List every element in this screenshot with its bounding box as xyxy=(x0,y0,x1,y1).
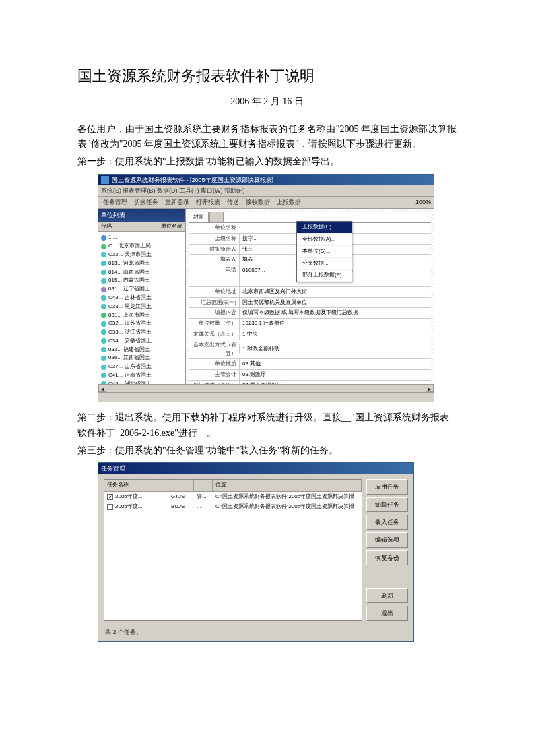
step1-text: 第一步：使用系统的"上报数据"功能将已输入的数据全部导出。 xyxy=(77,154,457,169)
scroll-right-icon[interactable]: ► xyxy=(426,385,434,392)
form-value[interactable]: 1.中央 xyxy=(239,329,431,340)
task-dialog: 任务管理 任务名称 ... ... 位置 ✓2005年度...GTJS资...C… xyxy=(98,462,414,641)
tree-name: 山西省国土 xyxy=(123,268,150,277)
tree-item[interactable]: 015... 内蒙古国土 xyxy=(100,276,184,285)
tree-name: 福建省国土 xyxy=(123,346,150,354)
toolbar-task-mgmt[interactable]: 任务管理 xyxy=(101,197,129,207)
exit-button[interactable]: 退出 xyxy=(366,606,408,621)
form-label: 上级名称 xyxy=(189,234,239,244)
intro-paragraph: 各位用户，由于国土资源系统主要财务指标报表的任务名称由"2005 年度国土资源部… xyxy=(77,122,457,152)
tree-name: 吉林省国土 xyxy=(125,294,152,303)
menu-partial-upload[interactable]: 部分上报数据(P)... xyxy=(297,270,352,282)
form-value[interactable]: 国土资源部机关及直属单位 xyxy=(239,298,431,308)
sidebar-header: 单位列表 xyxy=(98,209,185,221)
form-row: 部门性质（表四）33.国土资源部门 xyxy=(189,381,431,384)
checkbox-icon[interactable]: ✓ xyxy=(107,494,113,500)
tree-name: 江西省国土 xyxy=(123,354,150,363)
col-3[interactable]: ... xyxy=(194,480,213,491)
form-value[interactable]: 北京市西城区复兴门外大街 xyxy=(239,287,431,297)
tree-item[interactable]: 031... 上海市国土 xyxy=(100,311,184,320)
toolbar-switch-task[interactable]: 切换任务 xyxy=(132,197,160,207)
checkbox-icon[interactable] xyxy=(107,504,113,510)
tree-item[interactable]: C33... 浙江省国土 xyxy=(100,328,184,337)
dialog-title: 任务管理 xyxy=(101,464,411,473)
toolbar-send[interactable]: 传送 xyxy=(225,197,241,207)
bullet-icon xyxy=(101,261,106,266)
tree-code: C33... xyxy=(108,303,123,311)
form-value[interactable]: 1.财政全额补助 xyxy=(239,344,431,354)
list-item[interactable]: 2005年度...BUJS...C:\国土资源系统财务报表软件\2005年度国土… xyxy=(104,502,362,512)
tree-item[interactable]: C37... 山东省国土 xyxy=(100,363,184,371)
tree-code: 031... xyxy=(108,285,122,294)
tree-code: C34... xyxy=(108,337,123,346)
col-path[interactable]: 位置 xyxy=(213,480,362,491)
toolbar-open-report[interactable]: 打开报表 xyxy=(194,197,222,207)
edit-options-button[interactable]: 编辑选项 xyxy=(366,532,408,547)
form-label: 单位名称 xyxy=(189,223,239,233)
tree-name: 黑龙江国土 xyxy=(125,303,152,311)
bullet-icon xyxy=(101,304,106,309)
tree-item[interactable]: C43... 吉林省国土 xyxy=(100,294,184,303)
bullet-icon xyxy=(101,329,106,335)
tree-item[interactable]: C33... 黑龙江国土 xyxy=(100,303,184,311)
col-task-name[interactable]: 任务名称 xyxy=(104,480,168,491)
form-value2[interactable] xyxy=(352,270,432,272)
tree-code: C41... xyxy=(108,371,123,380)
form-value[interactable]: 03.其他 xyxy=(239,359,431,369)
toolbar-relogin[interactable]: 重新登录 xyxy=(163,197,191,207)
form-row: 单位性质03.其他 xyxy=(189,359,431,370)
bullet-icon xyxy=(101,313,106,318)
tree-item[interactable]: 033... 福建省国土 xyxy=(100,346,184,354)
form-label: 部门性质（表四） xyxy=(189,381,239,384)
tree-item[interactable]: C42... 湖北省国土 xyxy=(100,380,184,384)
form-row: 主管会计03.财政厅 xyxy=(189,370,431,381)
form-value[interactable]: 03.财政厅 xyxy=(239,370,431,380)
tree-code: 014... xyxy=(108,268,122,277)
refresh-button[interactable]: 刷新 xyxy=(366,588,408,603)
form-label: 主管会计 xyxy=(189,370,239,380)
restore-backup-button[interactable]: 恢复备份 xyxy=(366,550,408,565)
tree-code: 033... xyxy=(108,346,122,354)
listview-header: 任务名称 ... ... 位置 xyxy=(104,480,362,492)
menu-upload-data[interactable]: 上报数据(U)... xyxy=(297,222,352,234)
form-value[interactable]: 10230 1.行政单位 xyxy=(239,319,431,329)
form-label: 单位地址 xyxy=(189,287,239,297)
form-value[interactable]: 仅填写本级数据 或 填写本级数据及下级汇总数据 xyxy=(239,308,431,318)
apply-task-button[interactable]: 应用任务 xyxy=(366,479,408,494)
tree-item[interactable]: C34... 安徽省国土 xyxy=(100,337,184,346)
toolbar-upload[interactable]: 上报数据 xyxy=(275,197,303,207)
bullet-icon xyxy=(101,235,106,241)
tree-item[interactable]: C32... 天津市国土 xyxy=(100,251,184,259)
menu-all-data[interactable]: 全部数据(A)... xyxy=(297,234,352,246)
tree-item[interactable]: 1 ... xyxy=(100,233,184,242)
tab-cover[interactable]: 封面 xyxy=(189,212,209,222)
menubar[interactable]: 系统(S) 报表管理(B) 数据(D) 工具(T) 窗口(W) 帮助(H) xyxy=(98,185,434,197)
tree-item[interactable]: 014... 山西省国土 xyxy=(100,268,184,277)
menu-branch-data[interactable]: 分支数据... xyxy=(297,258,352,270)
tree-item[interactable]: C41... 河南省国土 xyxy=(100,371,184,380)
menu-self-unit[interactable]: 本单位(S)... xyxy=(297,246,352,258)
task-type: 资... xyxy=(194,493,213,501)
tree-item[interactable]: C... 北京市国土局 xyxy=(100,242,184,251)
scroll-left-icon[interactable]: ◄ xyxy=(98,385,106,392)
task-path: C:\国土资源系统财务报表软件\2005年度国土资源部决算报 xyxy=(213,493,362,501)
unit-tree[interactable]: 1 ...C... 北京市国土局C32... 天津市国土013... 河北省国土… xyxy=(98,232,185,384)
load-task-button[interactable]: 装入任务 xyxy=(366,515,408,530)
bullet-icon xyxy=(101,252,106,257)
scrollbar-horizontal[interactable]: ◄ ► xyxy=(98,384,434,392)
tree-item[interactable]: 013... 河北省国土 xyxy=(100,259,184,268)
list-item[interactable]: ✓2005年度...GTJS资...C:\国土资源系统财务报表软件\2005年度… xyxy=(104,492,362,502)
zoom-value[interactable]: 100% xyxy=(415,197,431,207)
tree-item[interactable]: C32... 江苏省国土 xyxy=(100,319,184,328)
screenshot-2: 任务管理 任务名称 ... ... 位置 ✓2005年度...GTJS资...C… xyxy=(98,462,457,641)
toolbar-receive[interactable]: 接收数据 xyxy=(244,197,272,207)
tab-other[interactable]: ... xyxy=(209,212,224,222)
tree-code: C43... xyxy=(108,294,123,303)
col-2[interactable]: ... xyxy=(168,480,194,491)
tree-name: 北京市国土局 xyxy=(119,242,151,251)
form-value[interactable]: 33.国土资源部门 xyxy=(239,381,431,384)
tree-item[interactable]: 036... 江西省国土 xyxy=(100,354,184,363)
task-listview[interactable]: 任务名称 ... ... 位置 ✓2005年度...GTJS资...C:\国土资… xyxy=(104,479,362,621)
tree-item[interactable]: 031... 辽宁省国土 xyxy=(100,285,184,294)
unload-task-button[interactable]: 卸载任务 xyxy=(366,497,408,512)
